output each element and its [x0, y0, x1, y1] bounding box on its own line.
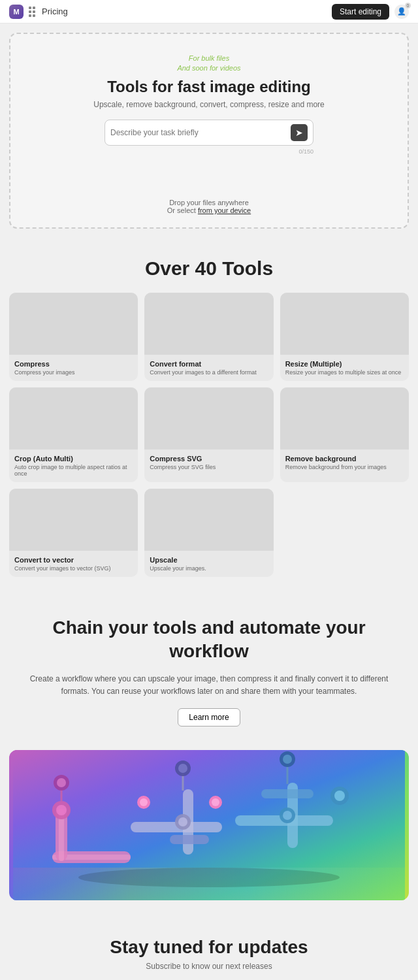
tool-card-image [144, 489, 273, 551]
tool-name: Convert to vector [14, 556, 133, 564]
tools-section-title: Over 40 Tools [9, 257, 409, 280]
tool-desc: Remove background from your images [285, 464, 404, 470]
tool-desc: Convert your images to vector (SVG) [14, 565, 133, 572]
tool-card-crop[interactable]: Crop (Auto Multi) Auto crop image to mul… [9, 387, 138, 482]
tool-name: Resize (Multiple) [285, 360, 404, 368]
svg-point-16 [140, 798, 148, 806]
tool-card-image [144, 293, 273, 355]
hero-subtitle: Upscale, remove background, convert, com… [93, 100, 325, 109]
tool-card-convert-format[interactable]: Convert format Convert your images to a … [144, 293, 273, 381]
svg-point-23 [334, 791, 345, 801]
svg-rect-19 [261, 789, 314, 798]
tool-desc: Auto crop image to multiple aspect ratio… [14, 464, 133, 477]
hero-tag: For bulk files And soon for videos [177, 54, 240, 74]
tools-grid-row2: Crop (Auto Multi) Auto crop image to mul… [9, 387, 409, 482]
hero-section: For bulk files And soon for videos Tools… [9, 33, 409, 229]
updates-section: Stay tuned for updates Subscribe to know… [0, 911, 418, 980]
tool-card-compress-svg[interactable]: Compress SVG Compress your SVG files [144, 387, 273, 482]
tool-card-remove-bg[interactable]: Remove background Remove background from… [280, 387, 409, 482]
tool-desc: Compress your SVG files [150, 464, 268, 470]
svg-point-29 [283, 755, 292, 764]
task-input-wrap: ➤ [104, 120, 314, 146]
svg-point-14 [212, 798, 219, 806]
svg-point-26 [178, 764, 187, 773]
tool-card-resize[interactable]: Resize (Multiple) Resize your images to … [280, 293, 409, 381]
drop-zone-text: Drop your files anywhere Or select from … [167, 199, 251, 214]
tool-card-image [9, 387, 138, 449]
svg-point-32 [57, 778, 66, 787]
input-hint: 0/150 [104, 148, 314, 155]
tool-name: Compress SVG [150, 455, 268, 463]
hero-title: Tools for fast image editing [107, 78, 311, 96]
start-editing-button[interactable]: Start editing [332, 4, 389, 20]
learn-more-button[interactable]: Learn more [178, 708, 240, 727]
tool-card-compress[interactable]: Compress Compress your images [9, 293, 138, 381]
nav-left: M Pricing [9, 5, 68, 19]
tool-desc: Upscale your images. [150, 565, 268, 572]
tool-name: Convert format [150, 360, 268, 368]
navbar: M Pricing Start editing 👤 0 [0, 0, 418, 24]
tool-desc: Resize your images to multiple sizes at … [285, 369, 404, 376]
logo-letter: M [13, 8, 19, 16]
svg-point-21 [283, 811, 292, 820]
tool-desc: Convert your images to a different forma… [150, 369, 268, 376]
pipe-illustration [9, 750, 409, 900]
updates-title: Stay tuned for updates [20, 937, 398, 958]
tool-card-image [280, 387, 409, 449]
tools-section: Over 40 Tools Compress Compress your ima… [0, 238, 418, 590]
user-avatar[interactable]: 👤 0 [394, 5, 409, 19]
user-badge: 0 [405, 3, 411, 8]
tool-name: Remove background [285, 455, 404, 463]
updates-subtitle: Subscribe to know our next releases [20, 962, 398, 971]
workflow-image [9, 750, 409, 900]
tool-card-image [9, 293, 138, 355]
send-button[interactable]: ➤ [291, 124, 308, 141]
pricing-link[interactable]: Pricing [42, 7, 68, 16]
svg-point-7 [56, 805, 67, 815]
tool-desc: Compress your images [14, 369, 133, 376]
tool-name: Crop (Auto Multi) [14, 455, 133, 463]
svg-rect-10 [170, 835, 209, 844]
tool-card-vector[interactable]: Convert to vector Convert your images to… [9, 489, 138, 577]
tool-card-image [144, 387, 273, 449]
tool-card-image [9, 489, 138, 551]
svg-point-33 [78, 868, 340, 887]
svg-point-12 [178, 817, 187, 826]
workflow-section: Chain your tools and automate your workf… [0, 590, 418, 740]
tools-grid-row1: Compress Compress your images Convert fo… [9, 293, 409, 381]
workflow-title: Chain your tools and automate your workf… [20, 616, 398, 664]
task-input[interactable] [110, 128, 291, 137]
tool-card-upscale[interactable]: Upscale Upscale your images. [144, 489, 273, 577]
select-from-device-link[interactable]: from your device [198, 206, 251, 214]
logo[interactable]: M [9, 5, 24, 19]
workflow-desc: Create a workflow where you can upscale … [20, 673, 398, 698]
empty-grid-cell [280, 489, 409, 577]
tool-name: Upscale [150, 556, 268, 564]
tool-card-image [280, 293, 409, 355]
nav-right: Start editing 👤 0 [332, 4, 409, 20]
user-icon-symbol: 👤 [397, 7, 406, 16]
tool-name: Compress [14, 360, 133, 368]
grid-icon[interactable] [29, 7, 37, 17]
tools-grid-row3: Convert to vector Convert your images to… [9, 489, 409, 577]
